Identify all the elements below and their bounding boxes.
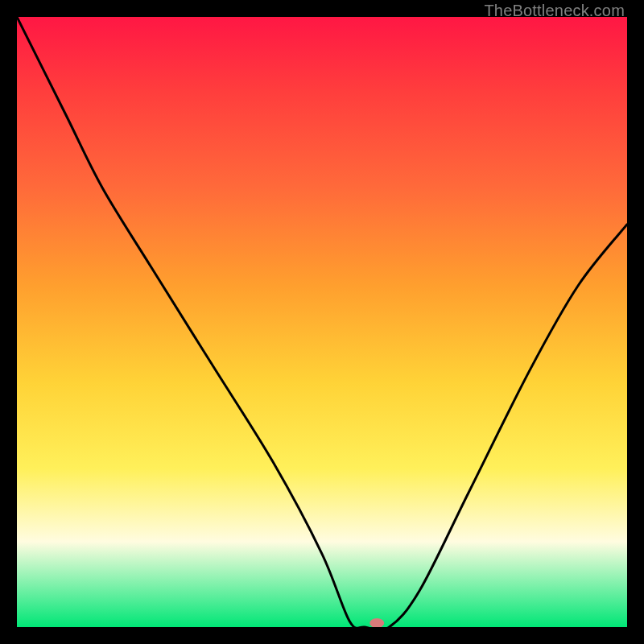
chart-frame: TheBottleneck.com xyxy=(0,0,644,644)
curve-svg xyxy=(17,17,627,627)
min-marker xyxy=(369,618,384,627)
watermark-text: TheBottleneck.com xyxy=(484,2,625,20)
bottleneck-curve-path xyxy=(17,17,627,627)
plot-area xyxy=(17,17,627,627)
